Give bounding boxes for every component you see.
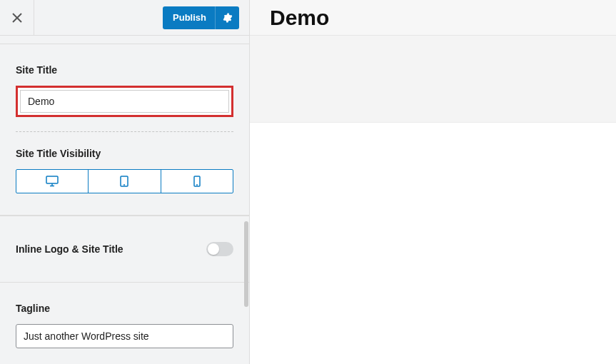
preview-pane: Demo bbox=[250, 0, 616, 364]
visibility-toggle-group bbox=[16, 169, 233, 193]
tablet-icon bbox=[120, 176, 128, 187]
preview-banner-area bbox=[250, 36, 616, 123]
inline-logo-toggle[interactable] bbox=[206, 242, 233, 256]
visibility-tablet-button[interactable] bbox=[88, 170, 160, 193]
site-title-input[interactable] bbox=[20, 90, 229, 113]
close-icon bbox=[11, 12, 23, 24]
site-title-section: Site Title bbox=[0, 44, 249, 131]
site-title-visibility-section: Site Title Visibility bbox=[0, 132, 249, 216]
preview-site-title: Demo bbox=[270, 6, 329, 30]
tagline-input[interactable] bbox=[16, 324, 233, 348]
publish-button[interactable]: Publish bbox=[163, 6, 239, 29]
inline-logo-label: Inline Logo & Site Title bbox=[16, 243, 123, 255]
site-title-highlight bbox=[16, 86, 233, 117]
mobile-icon bbox=[193, 176, 201, 187]
visibility-label: Site Title Visibility bbox=[16, 148, 233, 159]
svg-rect-2 bbox=[46, 176, 58, 183]
publish-settings-button[interactable] bbox=[215, 6, 239, 29]
preview-body bbox=[250, 123, 616, 364]
tagline-section: Tagline bbox=[0, 283, 249, 355]
publish-label: Publish bbox=[163, 6, 215, 29]
visibility-desktop-button[interactable] bbox=[16, 170, 88, 193]
site-title-label: Site Title bbox=[16, 64, 233, 76]
inline-logo-section: Inline Logo & Site Title bbox=[0, 216, 249, 283]
preview-header: Demo bbox=[250, 0, 616, 36]
close-button[interactable] bbox=[0, 0, 34, 35]
desktop-icon bbox=[46, 176, 59, 187]
customizer-sidebar: Publish Site Title Site Title Visibility bbox=[0, 0, 250, 364]
visibility-mobile-button[interactable] bbox=[161, 170, 233, 193]
tagline-label: Tagline bbox=[16, 303, 233, 314]
sidebar-header: Publish bbox=[0, 0, 249, 36]
gear-icon bbox=[223, 13, 233, 23]
